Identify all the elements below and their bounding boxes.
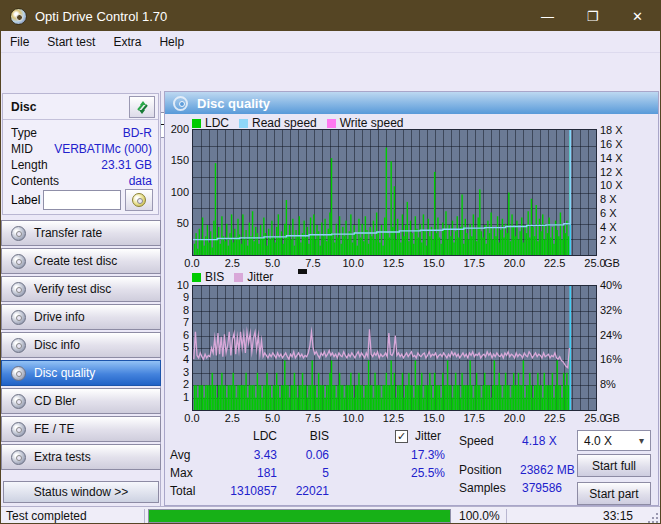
minimize-button[interactable]: —: [525, 1, 570, 31]
menu-bar: File Start test Extra Help: [1, 31, 660, 53]
bis-jitter-chart-legend: BISJitter: [192, 270, 273, 284]
axis-tick-label: 7.5: [305, 257, 320, 269]
disc-icon: [11, 310, 26, 325]
test-speed-select[interactable]: 4.0 X ▾: [577, 430, 651, 451]
axis-tick-label: 9: [183, 291, 189, 303]
panel-header: Disc quality: [165, 92, 658, 114]
legend-swatch: [239, 119, 248, 128]
resize-grip[interactable]: [648, 513, 658, 523]
field-length-value: 23.31 GB: [101, 158, 152, 172]
sidebar-item-create-test-disc[interactable]: Create test disc: [1, 248, 161, 274]
refresh-icon: [135, 100, 150, 115]
menu-extra[interactable]: Extra: [104, 32, 150, 52]
label-input[interactable]: [43, 190, 121, 210]
field-length-label: Length: [11, 158, 48, 172]
disc-icon: [11, 282, 26, 297]
toolbar: Drive (J:) ATAPI iHBS312 2 PL17 ▾ Speed …: [1, 53, 660, 91]
axis-tick-label: 16%: [600, 353, 622, 365]
sidebar-item-drive-info[interactable]: Drive info: [1, 304, 161, 330]
axis-tick-label: 15.0: [423, 412, 444, 424]
sidebar-item-disc-quality[interactable]: Disc quality: [1, 360, 161, 386]
close-button[interactable]: ✕: [615, 1, 660, 31]
axis-tick-label: 0.0: [184, 412, 199, 424]
max-bis-value: 5: [285, 466, 329, 480]
axis-tick-label: 8 X: [600, 193, 617, 205]
field-mid-value: VERBATIMc (000): [54, 142, 152, 156]
sidebar-item-verify-test-disc[interactable]: Verify test disc: [1, 276, 161, 302]
sidebar-item-disc-info[interactable]: Disc info: [1, 332, 161, 358]
field-contents-label: Contents: [11, 174, 59, 188]
test-speed-value: 4.0 X: [584, 434, 612, 448]
axis-tick-label: 4: [183, 353, 189, 365]
axis-tick-label: 5.0: [265, 257, 280, 269]
stats-col-ldc: LDC: [205, 429, 277, 443]
maximize-button[interactable]: ❐: [570, 1, 615, 31]
axis-tick-label: 4 X: [600, 221, 617, 233]
app-disc-icon: [10, 8, 27, 25]
progress-fill: [149, 510, 450, 522]
stats-col-bis: BIS: [285, 429, 329, 443]
samples-stat-value: 379586: [522, 481, 562, 495]
menu-help[interactable]: Help: [150, 32, 193, 52]
axis-tick-label: 200: [171, 123, 189, 135]
sidebar-item-label: CD Bler: [34, 394, 76, 408]
jitter-checkbox[interactable]: ✓: [395, 430, 408, 443]
axis-tick-label: 7: [183, 316, 189, 328]
sidebar-item-extra-tests[interactable]: Extra tests: [1, 444, 161, 470]
stats-row-max-label: Max: [170, 466, 193, 480]
legend-label: BIS: [205, 270, 224, 284]
legend-label: Read speed: [252, 116, 317, 130]
axis-tick-label: 12.5: [383, 257, 404, 269]
total-ldc-value: 1310857: [205, 484, 277, 498]
legend-swatch: [234, 273, 243, 282]
sidebar-item-cd-bler[interactable]: CD Bler: [1, 388, 161, 414]
axis-tick-label: 20.0: [504, 257, 525, 269]
sidebar-item-transfer-rate[interactable]: Transfer rate: [1, 220, 161, 246]
rescan-disc-button[interactable]: [129, 96, 155, 118]
start-part-button[interactable]: Start part: [577, 482, 651, 505]
menu-file[interactable]: File: [1, 32, 38, 52]
disc-icon: [132, 193, 146, 207]
statusbar-separator: [506, 509, 507, 523]
axis-tick-label: 32%: [600, 304, 622, 316]
max-jitter-value: 25.5%: [365, 466, 445, 480]
start-full-button[interactable]: Start full: [577, 454, 651, 477]
max-ldc-value: 181: [205, 466, 277, 480]
menu-start-test[interactable]: Start test: [38, 32, 104, 52]
legend-label: LDC: [205, 116, 229, 130]
axis-tick-label: 6: [183, 329, 189, 341]
axis-tick-label: 1: [183, 391, 189, 403]
disc-icon: [11, 422, 26, 437]
sidebar-item-fe-te[interactable]: FE / TE: [1, 416, 161, 442]
legend-marker: [298, 269, 307, 274]
axis-tick-label: 10: [177, 279, 189, 291]
disc-quality-panel: Disc quality LDCRead speedWrite speed 20…: [164, 91, 659, 506]
field-contents: Contents data: [11, 174, 152, 189]
axis-tick-label: 50: [177, 217, 189, 229]
axis-tick-label: 10 X: [600, 179, 623, 191]
stats-row-total-label: Total: [170, 484, 195, 498]
axis-tick-label: 6 X: [600, 207, 617, 219]
avg-ldc-value: 3.43: [205, 448, 277, 462]
axis-tick-label: 10.0: [342, 412, 363, 424]
samples-stat-label: Samples: [459, 481, 506, 495]
legend-swatch: [192, 119, 201, 128]
sidebar-item-label: Transfer rate: [34, 226, 102, 240]
sidebar-item-label: Drive info: [34, 310, 85, 324]
position-stat-value: 23862 MB: [520, 463, 575, 477]
status-window-button[interactable]: Status window >>: [3, 481, 159, 503]
position-stat-label: Position: [459, 463, 502, 477]
axis-tick-label: 5.0: [265, 412, 280, 424]
write-label-button[interactable]: [125, 189, 153, 211]
disc-panel: Disc Type BD-R MID VERBATIMc (000) Lengt…: [2, 93, 159, 215]
bis-jitter-chart: 1098765432140%32%24%16%8%0.02.55.07.510.…: [192, 285, 597, 411]
panel-title: Disc quality: [197, 96, 270, 111]
label-field-label: Label: [11, 193, 45, 208]
field-contents-value: data: [129, 174, 152, 188]
sidebar-item-label: Create test disc: [34, 254, 117, 268]
legend-label: Write speed: [340, 116, 404, 130]
axis-tick-label: 24%: [600, 329, 622, 341]
chevron-down-icon: ▾: [639, 435, 644, 446]
axis-tick-label: 0.0: [184, 257, 199, 269]
stats-row-avg-label: Avg: [170, 448, 190, 462]
